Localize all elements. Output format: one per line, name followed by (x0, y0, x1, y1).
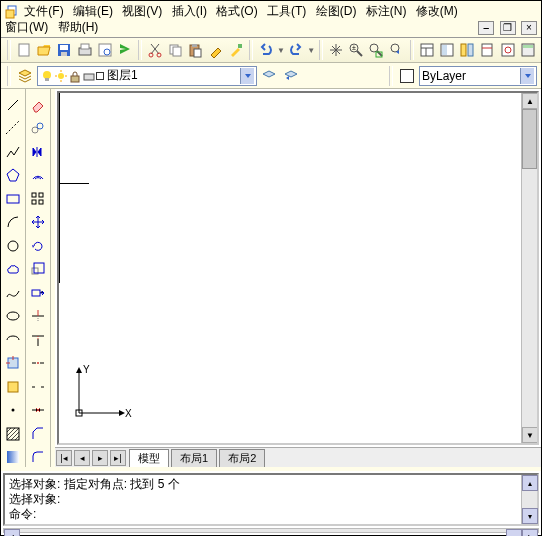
hatch-tool[interactable] (3, 424, 23, 444)
offset-tool[interactable] (28, 166, 48, 186)
drawing-canvas[interactable]: Y X ▲ ▼ (57, 91, 539, 445)
color-control-button[interactable] (397, 66, 417, 86)
menu-dimension[interactable]: 标注(N) (366, 3, 407, 19)
layer-states-button[interactable] (259, 66, 279, 86)
layer-dropdown[interactable] (240, 68, 254, 84)
insert-block-tool[interactable] (3, 354, 23, 374)
zoom-window-button[interactable] (367, 40, 385, 60)
block-editor-button[interactable] (227, 40, 245, 60)
trim-tool[interactable] (28, 307, 48, 327)
tab-next[interactable]: ▸ (92, 450, 108, 466)
scale-tool[interactable] (28, 260, 48, 280)
undo-dropdown[interactable]: ▼ (277, 46, 285, 55)
tab-layout1[interactable]: 布局1 (171, 449, 217, 467)
line-tool[interactable] (3, 95, 23, 115)
make-block-tool[interactable] (3, 377, 23, 397)
paste-button[interactable] (186, 40, 204, 60)
tool-palettes-button[interactable] (458, 40, 476, 60)
tab-first[interactable]: |◂ (56, 450, 72, 466)
window-minimize-button[interactable]: ‒ (478, 21, 494, 35)
menu-window[interactable]: 窗口(W) (5, 19, 48, 35)
stretch-tool[interactable] (28, 283, 48, 303)
sheet-set-button[interactable] (478, 40, 496, 60)
circle-tool[interactable] (3, 236, 23, 256)
window-close-button[interactable]: × (521, 21, 537, 35)
menu-modify[interactable]: 修改(M) (416, 3, 458, 19)
markup-button[interactable] (498, 40, 516, 60)
tab-last[interactable]: ▸| (110, 450, 126, 466)
move-tool[interactable] (28, 213, 48, 233)
menu-draw[interactable]: 绘图(D) (316, 3, 357, 19)
svg-point-24 (391, 44, 399, 52)
copy-button[interactable] (166, 40, 184, 60)
ellipse-tool[interactable] (3, 307, 23, 327)
vscroll-up[interactable]: ▲ (522, 93, 538, 109)
linetype-combo[interactable]: ByLayer (419, 66, 537, 86)
cmd-hscroll[interactable]: ◂ ▸ (3, 528, 539, 533)
cut-button[interactable] (146, 40, 164, 60)
spline-tool[interactable] (3, 283, 23, 303)
break-tool[interactable] (28, 377, 48, 397)
redo-dropdown[interactable]: ▼ (307, 46, 315, 55)
menu-view[interactable]: 视图(V) (122, 3, 162, 19)
array-tool[interactable] (28, 189, 48, 209)
zoom-realtime-button[interactable]: ± (347, 40, 365, 60)
erase-tool[interactable] (28, 95, 48, 115)
menu-tools[interactable]: 工具(T) (267, 3, 306, 19)
arc-tool[interactable] (3, 213, 23, 233)
gradient-tool[interactable] (3, 448, 23, 468)
match-properties-button[interactable] (207, 40, 225, 60)
rectangle-tool[interactable] (3, 189, 23, 209)
fillet-tool[interactable] (28, 448, 48, 468)
open-button[interactable] (35, 40, 53, 60)
tab-model[interactable]: 模型 (129, 449, 169, 467)
cmd-vscroll-up[interactable]: ▴ (522, 475, 538, 491)
revision-cloud-tool[interactable] (3, 260, 23, 280)
plot-preview-button[interactable] (96, 40, 114, 60)
menu-format[interactable]: 格式(O) (216, 3, 257, 19)
polygon-tool[interactable] (3, 166, 23, 186)
save-button[interactable] (55, 40, 73, 60)
layer-manager-button[interactable] (15, 66, 35, 86)
plot-button[interactable] (75, 40, 93, 60)
properties-button[interactable] (418, 40, 436, 60)
new-button[interactable] (15, 40, 33, 60)
pan-realtime-button[interactable] (327, 40, 345, 60)
cmd-hscroll-right[interactable]: ▸ (522, 529, 538, 536)
linetype-dropdown[interactable] (520, 68, 534, 84)
undo-button[interactable] (257, 40, 275, 60)
canvas-vscroll[interactable]: ▲ ▼ (521, 93, 537, 443)
menu-help[interactable]: 帮助(H) (58, 19, 99, 35)
cmd-prompt: 命令: (9, 507, 533, 522)
redo-button[interactable] (287, 40, 305, 60)
chamfer-tool[interactable] (28, 424, 48, 444)
construction-line-tool[interactable] (3, 119, 23, 139)
ellipse-arc-tool[interactable] (3, 330, 23, 350)
vscroll-thumb[interactable] (522, 109, 537, 169)
window-restore-button[interactable]: ❐ (500, 21, 516, 35)
rotate-tool[interactable] (28, 236, 48, 256)
cmd-vscroll-down[interactable]: ▾ (522, 508, 538, 524)
publish-button[interactable] (116, 40, 134, 60)
command-history[interactable]: 选择对象: 指定对角点: 找到 5 个 选择对象: 命令: ▴ ▾ (3, 473, 539, 526)
menu-edit[interactable]: 编辑(E) (73, 3, 113, 19)
zoom-previous-button[interactable] (388, 40, 406, 60)
copy-tool[interactable] (28, 119, 48, 139)
tab-prev[interactable]: ◂ (74, 450, 90, 466)
tab-layout2[interactable]: 布局2 (219, 449, 265, 467)
design-center-button[interactable] (438, 40, 456, 60)
vscroll-down[interactable]: ▼ (522, 427, 538, 443)
mirror-tool[interactable] (28, 142, 48, 162)
layer-previous-button[interactable] (281, 66, 301, 86)
layer-combo[interactable]: 图层1 (37, 66, 257, 86)
quickcalc-button[interactable] (519, 40, 537, 60)
extend-tool[interactable] (28, 330, 48, 350)
point-tool[interactable] (3, 401, 23, 421)
cmd-hscroll-track[interactable] (506, 529, 522, 536)
break-at-point-tool[interactable] (28, 354, 48, 374)
menu-insert[interactable]: 插入(I) (172, 3, 207, 19)
polyline-tool[interactable] (3, 142, 23, 162)
cmd-hscroll-left[interactable]: ◂ (4, 529, 20, 536)
menu-file[interactable]: 文件(F) (24, 3, 63, 19)
join-tool[interactable] (28, 401, 48, 421)
